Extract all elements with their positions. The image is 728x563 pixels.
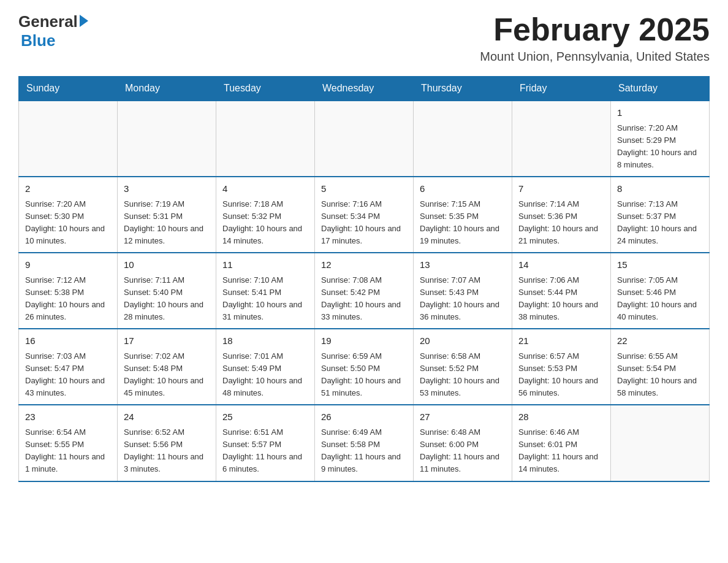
day-info: Sunrise: 7:06 AMSunset: 5:44 PMDaylight:… bbox=[518, 274, 604, 324]
calendar-cell: 5Sunrise: 7:16 AMSunset: 5:34 PMDaylight… bbox=[315, 177, 414, 253]
calendar-cell: 25Sunrise: 6:51 AMSunset: 5:57 PMDayligh… bbox=[216, 405, 315, 481]
day-info: Sunrise: 6:57 AMSunset: 5:53 PMDaylight:… bbox=[518, 350, 604, 400]
day-info: Sunrise: 7:01 AMSunset: 5:49 PMDaylight:… bbox=[222, 350, 308, 400]
calendar-cell bbox=[414, 101, 512, 177]
calendar-cell: 6Sunrise: 7:15 AMSunset: 5:35 PMDaylight… bbox=[414, 177, 512, 253]
day-number: 2 bbox=[25, 182, 111, 196]
day-number: 19 bbox=[321, 334, 407, 348]
calendar-week-row: 1Sunrise: 7:20 AMSunset: 5:29 PMDaylight… bbox=[19, 101, 710, 177]
logo-blue-text: Blue bbox=[21, 31, 55, 50]
calendar-cell: 7Sunrise: 7:14 AMSunset: 5:36 PMDaylight… bbox=[512, 177, 611, 253]
title-section: February 2025 Mount Union, Pennsylvania,… bbox=[480, 12, 710, 64]
calendar-week-row: 16Sunrise: 7:03 AMSunset: 5:47 PMDayligh… bbox=[19, 329, 710, 405]
weekday-header-friday: Friday bbox=[512, 77, 611, 101]
day-info: Sunrise: 7:05 AMSunset: 5:46 PMDaylight:… bbox=[617, 274, 703, 324]
day-info: Sunrise: 7:15 AMSunset: 5:35 PMDaylight:… bbox=[420, 198, 506, 248]
day-number: 9 bbox=[25, 258, 111, 272]
day-number: 23 bbox=[25, 410, 111, 424]
day-info: Sunrise: 6:49 AMSunset: 5:58 PMDaylight:… bbox=[321, 426, 407, 476]
day-info: Sunrise: 7:16 AMSunset: 5:34 PMDaylight:… bbox=[321, 198, 407, 248]
calendar-cell: 19Sunrise: 6:59 AMSunset: 5:50 PMDayligh… bbox=[315, 329, 414, 405]
weekday-header-sunday: Sunday bbox=[19, 77, 118, 101]
day-number: 24 bbox=[124, 410, 210, 424]
day-number: 7 bbox=[518, 182, 604, 196]
day-info: Sunrise: 7:10 AMSunset: 5:41 PMDaylight:… bbox=[222, 274, 308, 324]
calendar-cell: 12Sunrise: 7:08 AMSunset: 5:42 PMDayligh… bbox=[315, 253, 414, 329]
calendar-cell bbox=[611, 405, 710, 481]
day-info: Sunrise: 7:11 AMSunset: 5:40 PMDaylight:… bbox=[124, 274, 210, 324]
day-number: 4 bbox=[222, 182, 308, 196]
calendar-cell: 27Sunrise: 6:48 AMSunset: 6:00 PMDayligh… bbox=[414, 405, 512, 481]
day-number: 18 bbox=[222, 334, 308, 348]
day-number: 10 bbox=[124, 258, 210, 272]
calendar-cell: 22Sunrise: 6:55 AMSunset: 5:54 PMDayligh… bbox=[611, 329, 710, 405]
location-subtitle: Mount Union, Pennsylvania, United States bbox=[480, 50, 710, 64]
day-number: 22 bbox=[617, 334, 703, 348]
calendar-cell: 13Sunrise: 7:07 AMSunset: 5:43 PMDayligh… bbox=[414, 253, 512, 329]
calendar-cell: 18Sunrise: 7:01 AMSunset: 5:49 PMDayligh… bbox=[216, 329, 315, 405]
day-number: 13 bbox=[420, 258, 506, 272]
day-info: Sunrise: 7:18 AMSunset: 5:32 PMDaylight:… bbox=[222, 198, 308, 248]
weekday-header-thursday: Thursday bbox=[414, 77, 512, 101]
day-number: 15 bbox=[617, 258, 703, 272]
weekday-header-tuesday: Tuesday bbox=[216, 77, 315, 101]
day-number: 8 bbox=[617, 182, 703, 196]
day-info: Sunrise: 6:58 AMSunset: 5:52 PMDaylight:… bbox=[420, 350, 506, 400]
day-number: 27 bbox=[420, 410, 506, 424]
day-info: Sunrise: 7:14 AMSunset: 5:36 PMDaylight:… bbox=[518, 198, 604, 248]
calendar-cell: 11Sunrise: 7:10 AMSunset: 5:41 PMDayligh… bbox=[216, 253, 315, 329]
calendar-cell bbox=[512, 101, 611, 177]
calendar-cell: 16Sunrise: 7:03 AMSunset: 5:47 PMDayligh… bbox=[19, 329, 118, 405]
calendar-cell: 26Sunrise: 6:49 AMSunset: 5:58 PMDayligh… bbox=[315, 405, 414, 481]
day-info: Sunrise: 7:02 AMSunset: 5:48 PMDaylight:… bbox=[124, 350, 210, 400]
day-number: 3 bbox=[124, 182, 210, 196]
calendar-week-row: 2Sunrise: 7:20 AMSunset: 5:30 PMDaylight… bbox=[19, 177, 710, 253]
day-info: Sunrise: 7:03 AMSunset: 5:47 PMDaylight:… bbox=[25, 350, 111, 400]
calendar-cell: 17Sunrise: 7:02 AMSunset: 5:48 PMDayligh… bbox=[118, 329, 216, 405]
calendar-cell: 2Sunrise: 7:20 AMSunset: 5:30 PMDaylight… bbox=[19, 177, 118, 253]
calendar-cell bbox=[216, 101, 315, 177]
day-number: 1 bbox=[617, 106, 703, 120]
calendar-table: SundayMondayTuesdayWednesdayThursdayFrid… bbox=[18, 76, 710, 481]
day-number: 28 bbox=[518, 410, 604, 424]
day-number: 5 bbox=[321, 182, 407, 196]
day-number: 6 bbox=[420, 182, 506, 196]
day-number: 12 bbox=[321, 258, 407, 272]
day-info: Sunrise: 7:08 AMSunset: 5:42 PMDaylight:… bbox=[321, 274, 407, 324]
weekday-header-wednesday: Wednesday bbox=[315, 77, 414, 101]
day-info: Sunrise: 7:07 AMSunset: 5:43 PMDaylight:… bbox=[420, 274, 506, 324]
day-info: Sunrise: 6:52 AMSunset: 5:56 PMDaylight:… bbox=[124, 426, 210, 476]
calendar-cell: 14Sunrise: 7:06 AMSunset: 5:44 PMDayligh… bbox=[512, 253, 611, 329]
day-number: 26 bbox=[321, 410, 407, 424]
calendar-cell bbox=[315, 101, 414, 177]
calendar-week-row: 23Sunrise: 6:54 AMSunset: 5:55 PMDayligh… bbox=[19, 405, 710, 481]
day-number: 20 bbox=[420, 334, 506, 348]
day-info: Sunrise: 7:20 AMSunset: 5:30 PMDaylight:… bbox=[25, 198, 111, 248]
day-number: 21 bbox=[518, 334, 604, 348]
calendar-cell: 28Sunrise: 6:46 AMSunset: 6:01 PMDayligh… bbox=[512, 405, 611, 481]
calendar-cell bbox=[118, 101, 216, 177]
day-info: Sunrise: 6:55 AMSunset: 5:54 PMDaylight:… bbox=[617, 350, 703, 400]
logo-general-text: General bbox=[18, 12, 78, 31]
calendar-cell: 4Sunrise: 7:18 AMSunset: 5:32 PMDaylight… bbox=[216, 177, 315, 253]
calendar-cell bbox=[19, 101, 118, 177]
calendar-cell: 15Sunrise: 7:05 AMSunset: 5:46 PMDayligh… bbox=[611, 253, 710, 329]
day-info: Sunrise: 7:20 AMSunset: 5:29 PMDaylight:… bbox=[617, 122, 703, 172]
calendar-cell: 9Sunrise: 7:12 AMSunset: 5:38 PMDaylight… bbox=[19, 253, 118, 329]
day-info: Sunrise: 6:59 AMSunset: 5:50 PMDaylight:… bbox=[321, 350, 407, 400]
day-info: Sunrise: 6:54 AMSunset: 5:55 PMDaylight:… bbox=[25, 426, 111, 476]
calendar-week-row: 9Sunrise: 7:12 AMSunset: 5:38 PMDaylight… bbox=[19, 253, 710, 329]
day-number: 14 bbox=[518, 258, 604, 272]
day-number: 17 bbox=[124, 334, 210, 348]
day-number: 11 bbox=[222, 258, 308, 272]
page-header: General Blue February 2025 Mount Union, … bbox=[18, 12, 710, 64]
day-info: Sunrise: 7:19 AMSunset: 5:31 PMDaylight:… bbox=[124, 198, 210, 248]
logo-arrow-icon bbox=[80, 15, 88, 27]
logo-blue-part bbox=[78, 17, 88, 27]
month-title: February 2025 bbox=[480, 12, 710, 47]
calendar-cell: 1Sunrise: 7:20 AMSunset: 5:29 PMDaylight… bbox=[611, 101, 710, 177]
day-number: 16 bbox=[25, 334, 111, 348]
logo: General Blue bbox=[18, 12, 88, 50]
calendar-cell: 10Sunrise: 7:11 AMSunset: 5:40 PMDayligh… bbox=[118, 253, 216, 329]
weekday-header-saturday: Saturday bbox=[611, 77, 710, 101]
